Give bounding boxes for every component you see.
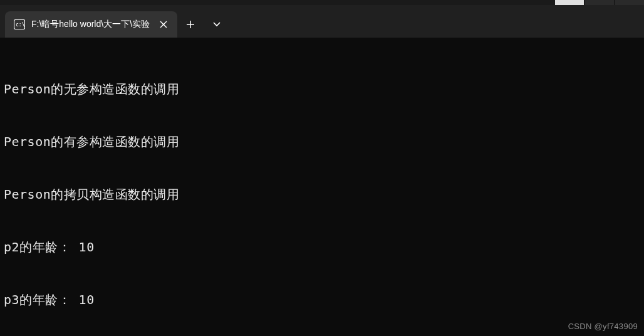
output-line: Person的有参构造函数的调用	[4, 133, 640, 150]
tab-dropdown-button[interactable]	[204, 11, 230, 38]
tab-bar: c:\ F:\暗号hello world\大一下\实验	[0, 5, 644, 38]
output-line: Person的无参构造函数的调用	[4, 80, 640, 98]
output-line: Person的拷贝构造函数的调用	[4, 186, 640, 203]
window-titlebar	[0, 0, 644, 5]
svg-text:c:\: c:\	[16, 22, 25, 28]
tab-title: F:\暗号hello world\大一下\实验	[31, 19, 150, 30]
terminal-tab[interactable]: c:\ F:\暗号hello world\大一下\实验	[5, 11, 177, 38]
window-control[interactable]	[585, 0, 614, 5]
tab-actions	[177, 11, 230, 38]
output-line: p3的年龄： 10	[4, 291, 640, 308]
new-tab-button[interactable]	[177, 11, 204, 38]
cmd-icon: c:\	[14, 19, 25, 29]
window-control[interactable]	[555, 0, 584, 5]
watermark: CSDN @yf743909	[568, 322, 638, 331]
close-icon[interactable]	[156, 17, 171, 32]
terminal-output: Person的无参构造函数的调用 Person的有参构造函数的调用 Person…	[0, 38, 644, 336]
output-line: p2的年龄： 10	[4, 238, 640, 256]
window-control[interactable]	[615, 0, 644, 5]
